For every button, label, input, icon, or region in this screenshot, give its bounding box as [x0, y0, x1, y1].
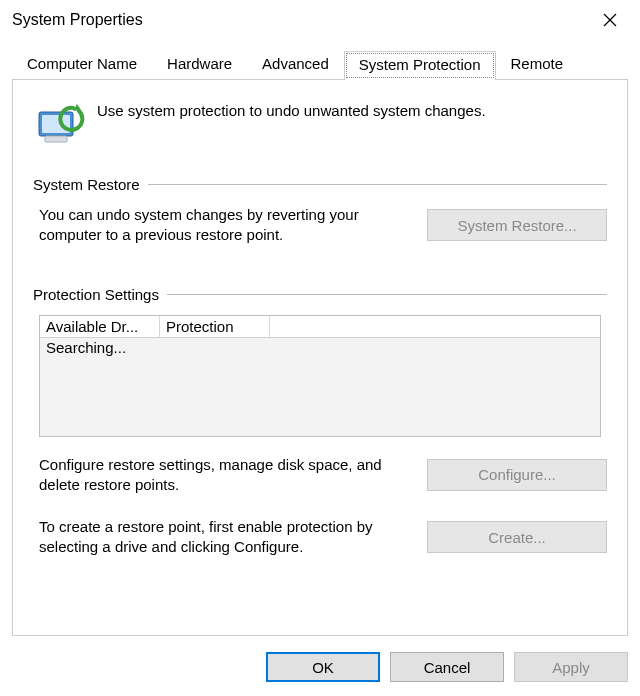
drives-table-header: Available Dr... Protection	[40, 316, 600, 338]
close-button[interactable]	[590, 4, 630, 36]
tabpanel-system-protection: Use system protection to undo unwanted s…	[12, 80, 628, 636]
tab-system-protection[interactable]: System Protection	[344, 51, 496, 80]
create-row: To create a restore point, first enable …	[33, 517, 607, 558]
tab-hardware[interactable]: Hardware	[152, 50, 247, 79]
tabstrip: Computer Name Hardware Advanced System P…	[12, 50, 628, 80]
group-system-restore-label: System Restore	[33, 176, 140, 193]
create-desc: To create a restore point, first enable …	[39, 517, 413, 558]
group-protection-settings: Protection Settings	[33, 286, 607, 303]
configure-desc: Configure restore settings, manage disk …	[39, 455, 413, 496]
group-protection-settings-label: Protection Settings	[33, 286, 159, 303]
window-title: System Properties	[12, 11, 143, 29]
tab-computer-name[interactable]: Computer Name	[12, 50, 152, 79]
tab-remote[interactable]: Remote	[496, 50, 579, 79]
svg-rect-2	[45, 136, 67, 142]
system-protection-icon	[33, 98, 85, 150]
col-protection[interactable]: Protection	[160, 316, 270, 337]
close-icon	[603, 13, 617, 27]
drives-table-body: Searching...	[40, 338, 600, 357]
ok-button[interactable]: OK	[266, 652, 380, 682]
divider	[167, 294, 607, 295]
system-restore-desc: You can undo system changes by reverting…	[39, 205, 413, 246]
intro: Use system protection to undo unwanted s…	[33, 98, 607, 150]
system-restore-button[interactable]: System Restore...	[427, 209, 607, 241]
configure-button[interactable]: Configure...	[427, 459, 607, 491]
drives-status: Searching...	[46, 339, 594, 356]
tab-advanced[interactable]: Advanced	[247, 50, 344, 79]
titlebar: System Properties	[0, 0, 640, 40]
dialog-footer: OK Cancel Apply	[0, 646, 640, 692]
col-available-drives[interactable]: Available Dr...	[40, 316, 160, 337]
system-restore-row: You can undo system changes by reverting…	[33, 205, 607, 246]
group-system-restore: System Restore	[33, 176, 607, 193]
drives-table[interactable]: Available Dr... Protection Searching...	[39, 315, 601, 437]
configure-row: Configure restore settings, manage disk …	[33, 455, 607, 496]
create-button[interactable]: Create...	[427, 521, 607, 553]
divider	[148, 184, 607, 185]
apply-button[interactable]: Apply	[514, 652, 628, 682]
cancel-button[interactable]: Cancel	[390, 652, 504, 682]
intro-text: Use system protection to undo unwanted s…	[97, 98, 486, 119]
